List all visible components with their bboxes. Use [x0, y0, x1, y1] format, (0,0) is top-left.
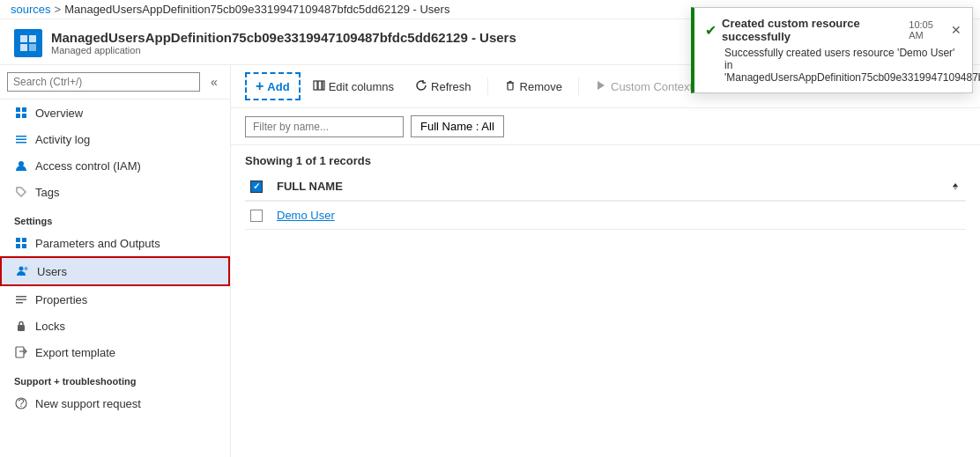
sidebar-item-overview[interactable]: Overview: [0, 100, 230, 126]
sidebar-item-activity-log[interactable]: Activity log: [0, 126, 230, 152]
breadcrumb-parent[interactable]: sources: [11, 3, 51, 16]
content-area: + Add Edit columns Refresh R: [231, 65, 980, 457]
sidebar-item-new-support[interactable]: ? New support request: [0, 390, 230, 416]
toast-time: 10:05 AM: [909, 19, 944, 41]
column-sort[interactable]: [939, 174, 966, 199]
plus-icon: +: [256, 78, 264, 94]
sidebar-item-label: Properties: [35, 293, 87, 306]
svg-rect-9: [16, 139, 26, 141]
filter-input[interactable]: [245, 116, 404, 137]
remove-button[interactable]: Remove: [495, 75, 571, 99]
svg-rect-0: [20, 35, 27, 42]
table-area: Showing 1 of 1 records ✓ FULL NAME: [231, 145, 980, 457]
remove-icon: [504, 79, 516, 94]
records-count: Showing 1 of 1 records: [245, 145, 966, 173]
svg-rect-19: [16, 299, 26, 301]
breadcrumb-separator: >: [55, 3, 62, 16]
search-input[interactable]: [7, 72, 200, 92]
full-name-filter-label: Full Name : All: [420, 120, 494, 133]
column-header-full-name[interactable]: FULL NAME: [271, 173, 939, 200]
svg-rect-3: [29, 44, 36, 51]
sidebar-item-label: Locks: [35, 320, 65, 333]
tags-icon: [14, 185, 28, 199]
svg-rect-2: [20, 44, 27, 51]
refresh-icon: [415, 79, 427, 94]
sidebar-item-properties[interactable]: Properties: [0, 286, 230, 313]
sidebar-item-access-control[interactable]: Access control (IAM): [0, 152, 230, 179]
svg-rect-22: [16, 347, 24, 357]
svg-point-16: [19, 267, 24, 271]
access-control-icon: [14, 158, 28, 173]
locks-icon: [14, 319, 28, 333]
breadcrumb-current: ManagedUsersAppDefinition75cb09e33199471…: [64, 3, 449, 16]
row-checkbox[interactable]: [245, 203, 271, 229]
sidebar-item-label: Tags: [35, 186, 59, 199]
sidebar-item-export-template[interactable]: Export template: [0, 339, 230, 365]
select-all-checkbox[interactable]: ✓: [250, 181, 263, 193]
play-icon: [595, 79, 607, 94]
svg-marker-31: [598, 81, 605, 90]
refresh-label: Refresh: [431, 80, 471, 93]
svg-text:?: ?: [18, 397, 24, 409]
remove-label: Remove: [520, 80, 562, 93]
svg-rect-6: [16, 114, 20, 118]
settings-section-title: Settings: [0, 205, 230, 230]
toast-body: Successfully created users resource 'Dem…: [705, 47, 961, 84]
toast-close-button[interactable]: ✕: [951, 23, 961, 37]
page-subtitle: Managed application: [51, 45, 516, 55]
svg-rect-10: [16, 142, 26, 144]
add-button[interactable]: + Add: [245, 72, 301, 100]
sidebar: « Overview Activity log Access control (…: [0, 65, 231, 457]
checkbox[interactable]: [250, 210, 263, 222]
svg-rect-15: [22, 244, 26, 248]
toolbar-divider-2: [578, 77, 579, 95]
row-full-name[interactable]: Demo User: [271, 202, 966, 229]
sidebar-item-label: Access control (IAM): [35, 159, 141, 173]
sidebar-item-users[interactable]: Users: [0, 256, 230, 286]
svg-rect-27: [318, 81, 322, 90]
svg-rect-21: [18, 325, 25, 331]
svg-rect-20: [16, 302, 23, 304]
full-name-filter[interactable]: Full Name : All: [411, 115, 504, 137]
toolbar-divider: [487, 77, 488, 95]
svg-rect-14: [16, 244, 20, 248]
users-icon: [16, 264, 30, 278]
sidebar-item-label: Users: [37, 265, 67, 278]
filter-row: Full Name : All: [231, 108, 980, 145]
sidebar-item-locks[interactable]: Locks: [0, 313, 230, 339]
svg-rect-1: [29, 35, 36, 42]
svg-point-17: [25, 267, 28, 270]
edit-columns-icon: [313, 79, 325, 94]
sidebar-item-parameters-outputs[interactable]: Parameters and Outputs: [0, 230, 230, 256]
sidebar-search-container: «: [0, 65, 230, 100]
svg-rect-29: [508, 83, 513, 90]
refresh-button[interactable]: Refresh: [406, 75, 480, 99]
page-title: ManagedUsersAppDefinition75cb09e33199471…: [51, 30, 516, 45]
sidebar-item-label: Parameters and Outputs: [35, 237, 160, 250]
add-button-label: Add: [267, 80, 289, 93]
edit-columns-label: Edit columns: [329, 80, 394, 93]
svg-rect-8: [16, 136, 26, 137]
header-icon: [14, 29, 42, 57]
sidebar-collapse-button[interactable]: «: [205, 73, 223, 91]
svg-rect-4: [16, 107, 20, 112]
sidebar-item-label: Activity log: [35, 133, 90, 146]
toast-success-icon: ✔: [705, 22, 716, 39]
sidebar-item-tags[interactable]: Tags: [0, 179, 230, 205]
sidebar-item-label: Export template: [35, 346, 115, 359]
toast-header: ✔ Created custom resource successfully 1…: [705, 17, 961, 43]
support-section-title: Support + troubleshooting: [0, 365, 230, 390]
properties-icon: [14, 292, 28, 306]
users-table: ✓ FULL NAME: [245, 173, 966, 230]
activity-log-icon: [14, 132, 28, 146]
svg-rect-18: [16, 296, 26, 298]
svg-rect-13: [22, 238, 26, 242]
sidebar-item-label: Overview: [35, 107, 83, 120]
user-link[interactable]: Demo User: [277, 209, 335, 222]
sidebar-item-label: New support request: [35, 397, 141, 410]
svg-rect-7: [22, 114, 26, 118]
support-icon: ?: [14, 396, 28, 410]
overview-icon: [14, 106, 28, 120]
svg-rect-12: [16, 238, 20, 242]
edit-columns-button[interactable]: Edit columns: [304, 75, 403, 99]
